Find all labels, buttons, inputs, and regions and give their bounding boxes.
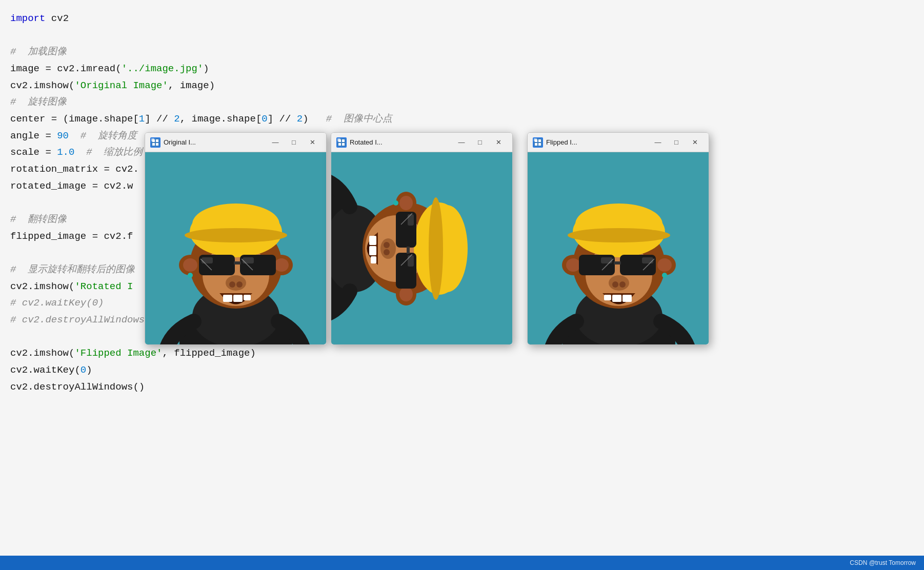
svg-rect-64 bbox=[369, 236, 376, 245]
flipped-maximize-btn[interactable]: □ bbox=[668, 136, 685, 149]
svg-rect-98 bbox=[622, 295, 632, 302]
bottom-bar-text: CSDN @trust Tomorrow bbox=[850, 559, 916, 566]
code-line-23: cv2.destroyAllWindows() bbox=[10, 379, 914, 396]
svg-point-62 bbox=[384, 242, 390, 248]
original-close-btn[interactable]: ✕ bbox=[304, 136, 321, 149]
rotated-window-titlebar: Rotated I... — □ ✕ bbox=[331, 133, 512, 152]
svg-point-19 bbox=[185, 228, 287, 242]
svg-point-87 bbox=[568, 228, 670, 242]
svg-rect-3 bbox=[152, 143, 155, 146]
rotated-minimize-btn[interactable]: — bbox=[453, 136, 470, 149]
svg-rect-57 bbox=[408, 214, 414, 226]
original-image-window[interactable]: Original I... — □ ✕ bbox=[145, 132, 327, 345]
svg-point-81 bbox=[566, 258, 580, 272]
flipped-image-window[interactable]: Flipped I... — □ ✕ bbox=[527, 132, 709, 345]
rotated-window-icon bbox=[336, 137, 347, 148]
svg-point-33 bbox=[188, 273, 193, 278]
code-line-4: image = cv2.imread('../image.jpg') bbox=[10, 60, 914, 77]
rotated-ape-image bbox=[331, 152, 513, 345]
svg-rect-91 bbox=[642, 257, 653, 263]
svg-rect-23 bbox=[202, 257, 213, 263]
rotated-image-content bbox=[331, 152, 513, 345]
svg-point-63 bbox=[384, 249, 390, 255]
flipped-window-icon bbox=[533, 137, 543, 148]
flipped-window-titlebar: Flipped I... — □ ✕ bbox=[528, 133, 709, 152]
rotated-window-title: Rotated I... bbox=[350, 138, 450, 146]
original-maximize-btn[interactable]: □ bbox=[285, 136, 303, 149]
svg-point-101 bbox=[662, 273, 667, 278]
svg-rect-99 bbox=[612, 295, 621, 302]
svg-rect-92 bbox=[601, 257, 612, 263]
svg-rect-38 bbox=[342, 143, 345, 146]
svg-rect-30 bbox=[223, 295, 232, 302]
original-window-controls: — □ ✕ bbox=[267, 136, 321, 149]
code-line-6: # 旋转图像 bbox=[10, 94, 914, 111]
original-window-titlebar: Original I... — □ ✕ bbox=[145, 133, 326, 152]
svg-point-67 bbox=[393, 200, 398, 206]
svg-rect-1 bbox=[152, 139, 155, 142]
svg-rect-4 bbox=[156, 143, 158, 146]
flipped-minimize-btn[interactable]: — bbox=[649, 136, 667, 149]
code-line-2 bbox=[10, 27, 914, 44]
svg-rect-35 bbox=[338, 139, 341, 142]
code-line-22: cv2.waitKey(0) bbox=[10, 362, 914, 379]
code-line-5: cv2.imshow('Original Image', image) bbox=[10, 77, 914, 94]
original-minimize-btn[interactable]: — bbox=[267, 136, 284, 149]
original-ape-image bbox=[145, 152, 327, 345]
svg-point-53 bbox=[429, 197, 443, 300]
original-window-icon bbox=[150, 137, 160, 148]
svg-rect-69 bbox=[535, 139, 537, 142]
svg-rect-90 bbox=[614, 261, 621, 264]
svg-rect-22 bbox=[234, 261, 241, 264]
bottom-bar: CSDN @trust Tomorrow bbox=[0, 556, 924, 570]
svg-rect-71 bbox=[535, 143, 537, 146]
svg-point-47 bbox=[399, 287, 413, 301]
svg-rect-36 bbox=[342, 139, 345, 142]
flipped-image-content bbox=[528, 152, 709, 345]
svg-rect-2 bbox=[156, 139, 158, 142]
svg-point-28 bbox=[229, 281, 235, 288]
rotated-close-btn[interactable]: ✕ bbox=[490, 136, 507, 149]
code-line-21: cv2.imshow('Flipped Image', flipped_imag… bbox=[10, 345, 914, 362]
flipped-window-controls: — □ ✕ bbox=[649, 136, 704, 149]
svg-rect-24 bbox=[243, 257, 254, 263]
svg-rect-58 bbox=[408, 255, 414, 267]
svg-point-13 bbox=[274, 258, 289, 272]
rotated-window-controls: — □ ✕ bbox=[453, 136, 507, 149]
original-window-title: Original I... bbox=[164, 138, 264, 146]
svg-point-29 bbox=[236, 281, 243, 288]
flipped-close-btn[interactable]: ✕ bbox=[686, 136, 704, 149]
svg-rect-100 bbox=[604, 295, 611, 300]
flipped-window-title: Flipped I... bbox=[546, 138, 646, 146]
svg-point-27 bbox=[226, 275, 246, 291]
svg-point-95 bbox=[609, 275, 629, 291]
svg-rect-37 bbox=[338, 143, 341, 146]
code-line-3: # 加载图像 bbox=[10, 44, 914, 60]
svg-point-61 bbox=[380, 238, 396, 259]
original-image-content bbox=[145, 152, 327, 345]
svg-rect-66 bbox=[371, 256, 376, 263]
svg-rect-70 bbox=[538, 139, 541, 142]
code-line-7: center = (image.shape[1] // 2, image.sha… bbox=[10, 111, 914, 128]
svg-point-97 bbox=[612, 281, 618, 288]
svg-rect-65 bbox=[369, 246, 376, 255]
flipped-ape-image bbox=[528, 152, 709, 345]
svg-rect-56 bbox=[407, 247, 410, 254]
svg-rect-31 bbox=[233, 295, 243, 302]
svg-point-96 bbox=[619, 281, 626, 288]
svg-point-79 bbox=[657, 258, 672, 272]
svg-rect-32 bbox=[244, 295, 251, 300]
svg-rect-72 bbox=[538, 143, 541, 146]
code-line-1: import cv2 bbox=[10, 10, 914, 27]
rotated-image-window[interactable]: Rotated I... — □ ✕ bbox=[331, 132, 513, 345]
rotated-maximize-btn[interactable]: □ bbox=[471, 136, 489, 149]
svg-point-11 bbox=[183, 258, 197, 272]
svg-point-45 bbox=[399, 196, 413, 210]
